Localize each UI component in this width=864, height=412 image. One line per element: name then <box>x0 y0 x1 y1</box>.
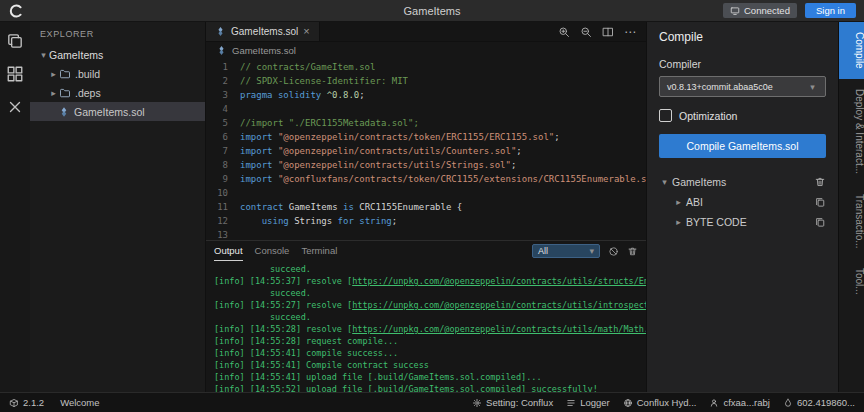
package-icon <box>9 398 19 408</box>
person-icon <box>709 398 719 408</box>
log-line: succeed. <box>214 311 646 323</box>
apps-grid-icon[interactable] <box>6 65 24 83</box>
compile-result-root[interactable]: ▾ GameItems <box>659 172 826 192</box>
status-account[interactable]: cfxaa...rabj <box>709 397 769 408</box>
compile-result-tree: ▸ABI▸BYTE CODE <box>659 192 826 232</box>
explorer-item-deps[interactable]: ▸.deps <box>30 83 205 102</box>
copy-icon[interactable] <box>814 196 826 208</box>
code-line: 11contract GameItems is CRC1155Enumerabl… <box>206 200 646 214</box>
log-link[interactable]: https://unpkg.com/@openzeppelin/contract… <box>352 300 646 310</box>
log-text: [info] [14:55:28] resolve [ <box>214 324 352 334</box>
optimization-option[interactable]: Optimization <box>659 109 826 122</box>
clear-output-icon[interactable] <box>608 246 619 257</box>
status-version[interactable]: 2.1.2 <box>9 397 44 408</box>
explorer-root-label: GameItems <box>49 49 103 61</box>
output-log[interactable]: succeed.[info] [14:55:37] resolve [https… <box>206 261 646 392</box>
delete-logs-icon[interactable] <box>627 246 638 257</box>
welcome-label: Welcome <box>60 397 99 408</box>
compile-result-byte-code[interactable]: ▸BYTE CODE <box>659 212 826 232</box>
connected-button[interactable]: Connected <box>723 3 797 18</box>
zoom-in-icon[interactable] <box>558 26 570 38</box>
copy-icon[interactable] <box>814 216 826 228</box>
folder-icon <box>59 68 71 80</box>
delete-result-icon[interactable] <box>814 176 826 188</box>
panel-tab-output[interactable]: Output <box>214 241 243 261</box>
explorer-root-folder[interactable]: ▾ GameItems <box>30 45 205 64</box>
side-tab-transactio[interactable]: Transactio... <box>839 184 864 259</box>
explorer-tree: ▸.build▸.depsGameItems.sol <box>30 64 205 121</box>
code-line: 4 <box>206 102 646 116</box>
gear-icon <box>472 398 482 408</box>
log-text: [info] [14:55:41] upload file [.build/Ga… <box>214 372 542 382</box>
optimization-checkbox[interactable] <box>659 109 672 122</box>
tab-label: GameItems.sol <box>231 26 298 37</box>
monitor-icon <box>730 6 740 16</box>
panel-tab-console[interactable]: Console <box>255 241 290 261</box>
explorer-item-gameitems-sol[interactable]: GameItems.sol <box>30 102 205 121</box>
log-line: [info] [14:55:28] resolve [https://unpkg… <box>214 323 646 335</box>
version-label: 2.1.2 <box>23 397 44 408</box>
titlebar: GameItems Connected Sign in <box>0 0 864 22</box>
status-balance[interactable]: 602.419860... <box>783 397 855 408</box>
code-line: 2// SPDX-License-Identifier: MIT <box>206 74 646 88</box>
solidity-file-icon <box>215 26 226 37</box>
side-tab-tool[interactable]: Tool... <box>839 258 864 305</box>
code-editor[interactable]: 1// contracts/GameItem.sol2// SPDX-Licen… <box>206 58 646 240</box>
compile-button[interactable]: Compile GameItems.sol <box>659 134 826 158</box>
log-link[interactable]: https://unpkg.com/@openzeppelin/contract… <box>352 324 646 334</box>
explorer-item-build[interactable]: ▸.build <box>30 64 205 83</box>
explorer-item-label: .deps <box>75 87 101 99</box>
solidity-file-icon <box>216 45 227 56</box>
log-level-dropdown[interactable]: All ▾ <box>532 244 600 258</box>
output-panel-header: OutputConsoleTerminal All ▾ <box>206 241 646 261</box>
status-right-items: Setting: ConfluxLoggerConflux Hyd...cfxa… <box>472 397 855 408</box>
log-text: [info] [14:55:52] upload file [.build/Ga… <box>214 384 598 392</box>
log-link[interactable]: https://unpkg.com/@openzeppelin/contract… <box>352 276 646 286</box>
solidity-file-icon <box>58 106 70 118</box>
log-text: [info] [14:55:27] resolve [ <box>214 300 352 310</box>
sign-in-button[interactable]: Sign in <box>805 3 856 18</box>
split-editor-icon[interactable] <box>602 26 614 38</box>
output-panel: OutputConsoleTerminal All ▾ succeed.[inf… <box>206 240 646 392</box>
compile-result-label: BYTE CODE <box>686 216 747 228</box>
compiler-label: Compiler <box>659 58 826 70</box>
log-line: [info] [14:55:52] upload file [.build/Ga… <box>214 383 646 392</box>
status-settings[interactable]: Setting: Conflux <box>472 397 553 408</box>
side-tab-compile[interactable]: Compile <box>839 22 864 79</box>
files-explorer-icon[interactable] <box>6 32 24 50</box>
log-line: [info] [14:55:27] resolve [https://unpkg… <box>214 299 646 311</box>
explorer-panel: EXPLORER ▾ GameItems ▸.build▸.depsGameIt… <box>30 22 206 392</box>
breadcrumb[interactable]: GameItems.sol <box>206 42 646 58</box>
close-panel-icon[interactable] <box>6 98 24 116</box>
code-line: 10 <box>206 186 646 200</box>
chevron-down-icon: ▾ <box>38 50 49 60</box>
compile-result-root-label: GameItems <box>672 176 726 188</box>
main-area: EXPLORER ▾ GameItems ▸.build▸.depsGameIt… <box>0 22 864 392</box>
status-label: Setting: Conflux <box>486 397 553 408</box>
log-text: succeed. <box>270 288 311 298</box>
chainide-logo-icon[interactable] <box>8 3 24 19</box>
compiler-version-dropdown[interactable]: v0.8.13+commit.abaa5c0e ▾ <box>659 76 826 97</box>
log-text: succeed. <box>270 312 311 322</box>
panel-tab-terminal[interactable]: Terminal <box>301 241 337 261</box>
close-tab-icon[interactable]: × <box>303 26 309 37</box>
status-label: Conflux Hyd... <box>637 397 697 408</box>
more-actions-icon[interactable]: ⋯ <box>624 25 636 39</box>
logger-icon <box>566 398 576 408</box>
editor-area: GameItems.sol × ⋯ GameItems.sol 1// cont… <box>206 22 646 392</box>
tab-gameitems-sol[interactable]: GameItems.sol × <box>206 22 320 41</box>
code-line: 3pragma solidity ^0.8.0; <box>206 88 646 102</box>
side-tab-deploy-interact[interactable]: Deploy & Interact... <box>839 79 864 184</box>
chevron-down-icon: ▾ <box>659 177 670 187</box>
code-line: 5//import "./ERC1155Metadata.sol"; <box>206 116 646 130</box>
zoom-out-icon[interactable] <box>580 26 592 38</box>
titlebar-actions: Connected Sign in <box>723 3 856 18</box>
status-label: Logger <box>580 397 610 408</box>
status-welcome[interactable]: Welcome <box>60 397 99 408</box>
chevron-right-icon: ▸ <box>673 217 684 227</box>
status-logger[interactable]: Logger <box>566 397 610 408</box>
code-line: 13 <box>206 228 646 240</box>
compile-result-abi[interactable]: ▸ABI <box>659 192 826 212</box>
log-text: succeed. <box>270 264 311 274</box>
status-network[interactable]: Conflux Hyd... <box>623 397 697 408</box>
